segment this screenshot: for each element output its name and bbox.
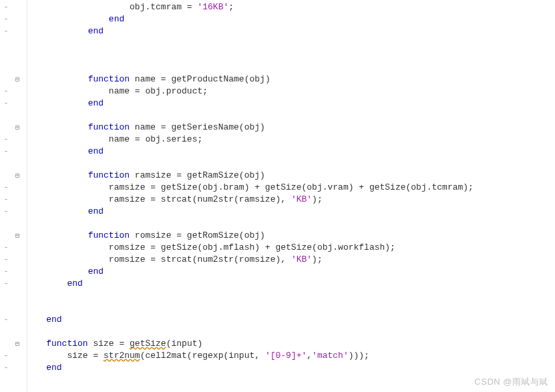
code-line[interactable]: ⊟ function name = getProductName(obj) [0,73,555,85]
code-text[interactable]: end [23,206,104,218]
code-line[interactable] [0,158,555,170]
code-line[interactable] [0,290,555,302]
keyword-token: function [46,339,87,349]
fold-spacer [12,260,23,260]
code-line[interactable] [0,61,555,73]
code-text[interactable]: name = obj.product; [23,85,208,97]
code-text[interactable]: function size = getSize(input) [23,338,202,350]
code-line[interactable] [0,218,555,230]
code-line[interactable]: ⊟ function romsize = getRomSize(obj) [0,230,555,242]
keyword-token: end [67,278,82,288]
code-line[interactable]: ⊟ function name = getSeriesName(obj) [0,122,555,134]
code-text[interactable]: end [23,97,104,110]
ident-token: (input) [166,339,203,349]
code-text[interactable]: ramsize = getSize(obj.bram) + getSize(ob… [23,182,474,194]
string-token: '16KB' [197,2,228,12]
ident-token: ramsize = strcat(num2str(ramsize), [109,194,291,204]
gutter-marker: - [0,266,12,278]
gutter-marker: - [0,134,12,146]
code-line[interactable]: - end [0,278,555,290]
fold-collapse-icon[interactable]: ⊟ [12,170,23,182]
code-line[interactable]: - ramsize = getSize(obj.bram) + getSize(… [0,182,555,194]
gutter-marker: - [0,350,12,362]
code-line[interactable]: - end [0,314,555,326]
string-token: '[0-9]+' [265,351,307,361]
code-text[interactable]: romsize = strcat(num2str(romsize), 'KB')… [23,254,323,266]
code-line[interactable]: - name = obj.series; [0,134,555,146]
keyword-token: end [46,315,61,325]
code-text[interactable]: function ramsize = getRamSize(obj) [23,170,265,182]
fold-spacer [12,116,23,116]
fold-spacer [12,320,23,321]
fold-spacer [12,31,23,32]
fold-spacer [12,368,23,369]
code-text[interactable]: end [23,25,104,37]
code-line[interactable] [0,110,555,122]
gutter-marker: - [0,314,12,326]
keyword-token: function [88,74,130,84]
code-line[interactable]: ⊟ function size = getSize(input) [0,338,555,350]
code-text[interactable]: ramsize = strcat(num2str(ramsize), 'KB')… [23,194,323,206]
code-line[interactable]: - end [0,362,555,374]
keyword-token: end [88,266,104,276]
code-text[interactable]: function romsize = getRomSize(obj) [23,230,265,242]
code-line[interactable]: ⊟ function ramsize = getRamSize(obj) [0,170,555,182]
code-line[interactable]: - end [0,25,555,37]
ident-token: romsize = getRomSize(obj) [130,230,265,240]
fold-vline [27,0,27,392]
gutter-marker: - [0,242,12,254]
code-text[interactable]: function name = getProductName(obj) [23,73,270,85]
gutter-marker: - [0,146,12,158]
code-line[interactable]: - end [0,206,555,218]
code-text[interactable]: size = str2num(cell2mat(regexp(input, '[… [23,350,369,362]
code-editor[interactable]: - obj.tcmram = '16KB';- end- end⊟ functi… [0,0,555,374]
code-text[interactable]: end [23,266,104,278]
ident-token: ; [228,2,234,12]
fold-collapse-icon[interactable]: ⊟ [12,73,23,86]
fold-spacer [12,308,23,309]
keyword-token: function [88,170,130,180]
code-line[interactable]: - end [0,13,555,25]
gutter-marker: - [0,278,12,290]
gutter-marker: - [0,206,12,218]
code-line[interactable]: - end [0,97,555,110]
gutter-marker: - [0,1,12,13]
code-line[interactable]: - name = obj.product; [0,85,555,97]
ident-token: romsize = getSize(obj.mflash) + getSize(… [109,242,395,252]
code-line[interactable]: - romsize = strcat(num2str(romsize), 'KB… [0,254,555,266]
code-text[interactable]: name = obj.series; [23,134,202,146]
code-line[interactable] [0,37,555,49]
fold-spacer [12,296,23,297]
ident-token: ramsize = getRamSize(obj) [130,170,265,180]
code-text[interactable]: end [23,278,83,290]
ident-token: name = obj.series; [109,134,202,144]
gutter-marker: - [0,362,12,374]
fold-collapse-icon[interactable]: ⊟ [12,230,23,242]
code-text[interactable]: end [23,362,62,374]
code-text[interactable]: romsize = getSize(obj.mflash) + getSize(… [23,242,395,254]
fold-collapse-icon[interactable]: ⊟ [12,338,23,351]
string-token: 'KB' [291,194,312,204]
code-line[interactable]: - size = str2num(cell2mat(regexp(input, … [0,350,555,362]
fold-spacer [12,272,23,272]
fold-spacer [12,200,23,200]
code-line[interactable]: - romsize = getSize(obj.mflash) + getSiz… [0,242,555,254]
ident-token: name = obj.product; [109,86,208,96]
code-line[interactable] [0,49,555,61]
code-text[interactable]: function name = getSeriesName(obj) [23,122,265,134]
code-line[interactable]: - ramsize = strcat(num2str(ramsize), 'KB… [0,194,555,206]
fold-collapse-icon[interactable]: ⊟ [12,122,23,134]
code-line[interactable]: - end [0,266,555,278]
gutter-marker: - [0,194,12,206]
code-line[interactable] [0,302,555,314]
code-line[interactable]: - end [0,146,555,158]
code-text[interactable]: end [23,146,104,158]
code-line[interactable]: - obj.tcmram = '16KB'; [0,1,555,13]
ident-token: name = getProductName(obj) [130,74,270,84]
fold-spacer [12,7,23,8]
code-line[interactable] [0,326,555,338]
code-text[interactable]: end [23,13,124,25]
code-text[interactable]: end [23,314,62,326]
code-text[interactable]: obj.tcmram = '16KB'; [23,1,234,13]
ident-token: (cell2mat(regexp(input, [140,351,265,361]
